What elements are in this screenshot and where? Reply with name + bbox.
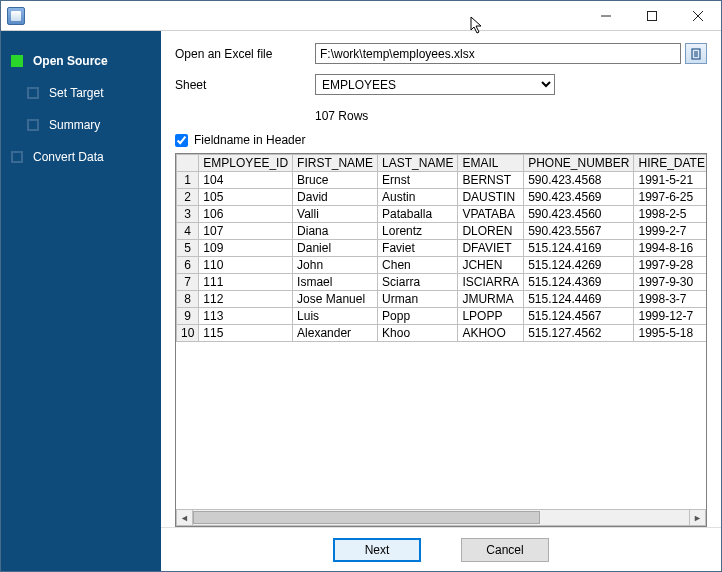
table-cell[interactable]: 590.423.4568	[524, 172, 634, 189]
column-header[interactable]: EMPLOYEE_ID	[199, 155, 293, 172]
table-cell[interactable]: 515.127.4562	[524, 325, 634, 342]
table-cell[interactable]: 111	[199, 274, 293, 291]
column-header[interactable]: EMAIL	[458, 155, 524, 172]
horizontal-scrollbar[interactable]: ◄ ►	[176, 509, 706, 526]
table-cell[interactable]: 115	[199, 325, 293, 342]
table-cell[interactable]: Pataballa	[378, 206, 458, 223]
grid-corner	[177, 155, 199, 172]
table-row[interactable]: 10115AlexanderKhooAKHOO515.127.45621995-…	[177, 325, 707, 342]
table-cell[interactable]: Faviet	[378, 240, 458, 257]
titlebar	[1, 1, 721, 31]
table-cell[interactable]: 106	[199, 206, 293, 223]
table-row[interactable]: 6110JohnChenJCHEN515.124.42691997-9-28FI…	[177, 257, 707, 274]
table-cell[interactable]: 515.124.4567	[524, 308, 634, 325]
table-cell[interactable]: Urman	[378, 291, 458, 308]
table-cell[interactable]: 1998-3-7	[634, 291, 706, 308]
cancel-button[interactable]: Cancel	[461, 538, 549, 562]
table-cell[interactable]: 1999-12-7	[634, 308, 706, 325]
table-cell[interactable]: David	[293, 189, 378, 206]
table-row[interactable]: 3106ValliPataballaVPATABA590.423.4560199…	[177, 206, 707, 223]
table-row[interactable]: 7111IsmaelSciarraISCIARRA515.124.4369199…	[177, 274, 707, 291]
app-icon	[7, 7, 25, 25]
table-cell[interactable]: Ismael	[293, 274, 378, 291]
table-cell[interactable]: 1999-2-7	[634, 223, 706, 240]
table-cell[interactable]: 515.124.4269	[524, 257, 634, 274]
table-cell[interactable]: Popp	[378, 308, 458, 325]
table-cell[interactable]: 113	[199, 308, 293, 325]
table-cell[interactable]: 1991-5-21	[634, 172, 706, 189]
table-cell[interactable]: DLOREN	[458, 223, 524, 240]
column-header[interactable]: PHONE_NUMBER	[524, 155, 634, 172]
column-header[interactable]: FIRST_NAME	[293, 155, 378, 172]
table-row[interactable]: 4107DianaLorentzDLOREN590.423.55671999-2…	[177, 223, 707, 240]
table-cell[interactable]: 590.423.4569	[524, 189, 634, 206]
table-cell[interactable]: Lorentz	[378, 223, 458, 240]
scroll-left-icon[interactable]: ◄	[176, 509, 193, 526]
table-row[interactable]: 8112Jose ManuelUrmanJMURMA515.124.446919…	[177, 291, 707, 308]
table-cell[interactable]: Daniel	[293, 240, 378, 257]
table-cell[interactable]: Sciarra	[378, 274, 458, 291]
sidebar-item-label: Set Target	[49, 86, 103, 100]
table-cell[interactable]: 104	[199, 172, 293, 189]
table-cell[interactable]: Luis	[293, 308, 378, 325]
table-cell[interactable]: BERNST	[458, 172, 524, 189]
row-number: 9	[177, 308, 199, 325]
table-cell[interactable]: Ernst	[378, 172, 458, 189]
table-cell[interactable]: ISCIARRA	[458, 274, 524, 291]
table-cell[interactable]: 1997-6-25	[634, 189, 706, 206]
table-cell[interactable]: John	[293, 257, 378, 274]
browse-button[interactable]	[685, 43, 707, 64]
table-cell[interactable]: DFAVIET	[458, 240, 524, 257]
table-cell[interactable]: JMURMA	[458, 291, 524, 308]
table-row[interactable]: 2105DavidAustinDAUSTIN590.423.45691997-6…	[177, 189, 707, 206]
table-cell[interactable]: JCHEN	[458, 257, 524, 274]
table-cell[interactable]: 110	[199, 257, 293, 274]
table-cell[interactable]: Austin	[378, 189, 458, 206]
table-cell[interactable]: 1997-9-30	[634, 274, 706, 291]
table-cell[interactable]: Alexander	[293, 325, 378, 342]
table-cell[interactable]: 1994-8-16	[634, 240, 706, 257]
table-cell[interactable]: LPOPP	[458, 308, 524, 325]
scroll-right-icon[interactable]: ►	[689, 509, 706, 526]
table-cell[interactable]: Jose Manuel	[293, 291, 378, 308]
fieldname-checkbox[interactable]	[175, 134, 188, 147]
sidebar-item-set-target[interactable]: Set Target	[1, 77, 161, 109]
fieldname-checkbox-row[interactable]: Fieldname in Header	[175, 133, 707, 147]
table-row[interactable]: 9113LuisPoppLPOPP515.124.45671999-12-7FI…	[177, 308, 707, 325]
file-path-input[interactable]	[315, 43, 681, 64]
sidebar-item-convert-data[interactable]: Convert Data	[1, 141, 161, 173]
table-cell[interactable]: 1997-9-28	[634, 257, 706, 274]
table-cell[interactable]: 515.124.4469	[524, 291, 634, 308]
minimize-button[interactable]	[583, 1, 629, 31]
table-row[interactable]: 1104BruceErnstBERNST590.423.45681991-5-2…	[177, 172, 707, 189]
column-header[interactable]: LAST_NAME	[378, 155, 458, 172]
table-cell[interactable]: VPATABA	[458, 206, 524, 223]
table-cell[interactable]: 515.124.4369	[524, 274, 634, 291]
table-cell[interactable]: 1998-2-5	[634, 206, 706, 223]
table-cell[interactable]: 109	[199, 240, 293, 257]
row-number: 6	[177, 257, 199, 274]
table-cell[interactable]: AKHOO	[458, 325, 524, 342]
rows-count-label: 107 Rows	[175, 109, 707, 123]
table-cell[interactable]: Diana	[293, 223, 378, 240]
table-cell[interactable]: Chen	[378, 257, 458, 274]
next-button[interactable]: Next	[333, 538, 421, 562]
column-header[interactable]: HIRE_DATE	[634, 155, 706, 172]
table-cell[interactable]: DAUSTIN	[458, 189, 524, 206]
sidebar-item-summary[interactable]: Summary	[1, 109, 161, 141]
table-cell[interactable]: Bruce	[293, 172, 378, 189]
sheet-select[interactable]: EMPLOYEES	[315, 74, 555, 95]
table-cell[interactable]: 107	[199, 223, 293, 240]
table-row[interactable]: 5109DanielFavietDFAVIET515.124.41691994-…	[177, 240, 707, 257]
table-cell[interactable]: Khoo	[378, 325, 458, 342]
table-cell[interactable]: Valli	[293, 206, 378, 223]
table-cell[interactable]: 590.423.4560	[524, 206, 634, 223]
close-button[interactable]	[675, 1, 721, 31]
maximize-button[interactable]	[629, 1, 675, 31]
table-cell[interactable]: 112	[199, 291, 293, 308]
table-cell[interactable]: 105	[199, 189, 293, 206]
sidebar-item-open-source[interactable]: Open Source	[1, 45, 161, 77]
table-cell[interactable]: 1995-5-18	[634, 325, 706, 342]
table-cell[interactable]: 515.124.4169	[524, 240, 634, 257]
table-cell[interactable]: 590.423.5567	[524, 223, 634, 240]
